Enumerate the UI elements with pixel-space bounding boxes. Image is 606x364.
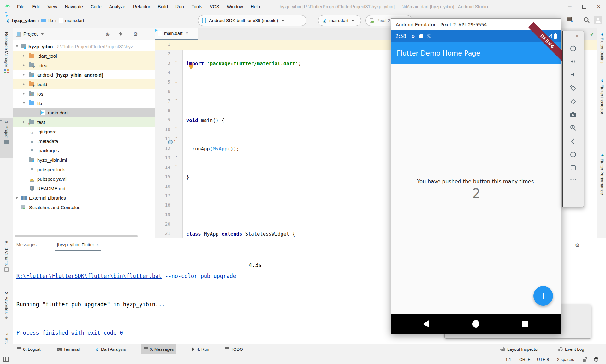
toolwindow-layout-inspector[interactable]: Layout Inspector bbox=[497, 344, 541, 354]
breadcrumb-project[interactable]: hyzp_yibin bbox=[12, 18, 36, 23]
sidebar-item-favorites[interactable]: 2: Favorites ★ bbox=[0, 292, 13, 320]
tree-row-main-dart[interactable]: main.dart bbox=[13, 108, 155, 117]
fold-marker[interactable]: ˇ bbox=[174, 156, 179, 160]
expand-arrow-icon[interactable] bbox=[23, 55, 25, 57]
tab-flutter-performance[interactable]: Flutter Performance bbox=[597, 152, 606, 195]
sdk-manager-icon[interactable] bbox=[566, 16, 574, 24]
hide-panel-icon[interactable]: ─ bbox=[146, 31, 149, 37]
tab-flutter-inspector[interactable]: Flutter Inspector bbox=[597, 78, 606, 114]
menu-build[interactable]: Build bbox=[154, 4, 172, 9]
close-tab-icon[interactable]: × bbox=[96, 243, 99, 247]
tab-flutter-outline[interactable]: Flutter Outline bbox=[597, 32, 606, 64]
project-view-selector[interactable]: Project bbox=[23, 32, 38, 37]
volume-up-icon[interactable] bbox=[563, 58, 584, 65]
toolwindow-messages[interactable]: 0: Messages bbox=[141, 344, 176, 354]
more-options-icon[interactable] bbox=[563, 178, 584, 181]
expand-arrow-icon[interactable] bbox=[16, 197, 18, 199]
device-selector-dropdown[interactable]: Android SDK built for x86 (mobile) bbox=[198, 15, 306, 26]
messages-settings-gear-icon[interactable]: ⚙ bbox=[575, 242, 579, 248]
encoding-selector[interactable]: UTF-8 bbox=[537, 354, 549, 364]
tree-row-lib[interactable]: lib bbox=[13, 98, 155, 108]
close-button[interactable]: × bbox=[591, 0, 606, 13]
collapse-all-icon[interactable] bbox=[118, 31, 123, 36]
popup-link-fragment[interactable] bbox=[468, 334, 494, 337]
fold-marker[interactable]: ˆ bbox=[174, 81, 179, 86]
toolwindow-quick-access-icon[interactable] bbox=[3, 354, 9, 364]
minimize-button[interactable]: ─ bbox=[562, 0, 577, 13]
breadcrumb-file[interactable]: main.dart bbox=[65, 18, 84, 23]
override-marker-icon[interactable] bbox=[168, 140, 173, 144]
readonly-lock-icon[interactable] bbox=[582, 354, 587, 364]
emulator-minimize-icon[interactable]: − bbox=[568, 33, 571, 38]
toolwindow-run[interactable]: 4: Run bbox=[189, 344, 212, 354]
tree-row-metadata[interactable]: .metadata bbox=[13, 136, 155, 146]
nav-overview-button[interactable] bbox=[522, 321, 528, 327]
expand-arrow-icon[interactable] bbox=[23, 92, 25, 95]
menu-code[interactable]: Code bbox=[87, 4, 105, 9]
zoom-icon[interactable] bbox=[563, 124, 584, 132]
power-icon[interactable] bbox=[563, 44, 584, 52]
collapse-arrow-icon[interactable] bbox=[23, 102, 25, 104]
tree-row-iml[interactable]: hyzp_yibin.iml bbox=[13, 155, 155, 165]
emulator-home-icon[interactable] bbox=[563, 151, 584, 158]
sidebar-item-resource-manager[interactable]: Resource Manager bbox=[0, 32, 13, 73]
menu-window[interactable]: Window bbox=[223, 4, 247, 9]
toolwindow-todo[interactable]: TODO bbox=[223, 344, 246, 354]
close-tab-icon[interactable]: × bbox=[186, 31, 188, 36]
tree-row-root[interactable]: hyzp_yibin R:\FlutterProject\FlutterProj… bbox=[13, 42, 155, 51]
emulator-overview-icon[interactable] bbox=[563, 164, 584, 172]
toolwindow-logcat[interactable]: 6: Logcat bbox=[15, 344, 43, 354]
tree-row-ios[interactable]: ios bbox=[13, 89, 155, 98]
expand-arrow-icon[interactable] bbox=[23, 121, 25, 123]
breadcrumb-lib[interactable]: lib bbox=[48, 18, 53, 23]
tree-row-android[interactable]: android [hyzp_yibin_android] bbox=[13, 70, 155, 79]
locate-file-icon[interactable]: ⊕ bbox=[105, 31, 110, 37]
tree-row-pubspec-lock[interactable]: pubspec.lock bbox=[13, 165, 155, 174]
menu-refactor[interactable]: Refactor bbox=[129, 4, 154, 9]
tree-row-idea[interactable]: .idea bbox=[13, 61, 155, 70]
emulator-close-icon[interactable]: × bbox=[576, 33, 579, 38]
tree-row-gitignore[interactable]: .gitignore bbox=[13, 127, 155, 136]
menu-tools[interactable]: Tools bbox=[188, 4, 206, 9]
menu-file[interactable]: File bbox=[13, 4, 28, 9]
nav-back-button[interactable] bbox=[423, 320, 429, 328]
menu-vcs[interactable]: VCS bbox=[206, 4, 223, 9]
menu-navigate[interactable]: Navigate bbox=[61, 4, 87, 9]
fold-marker[interactable]: ˇ bbox=[174, 99, 179, 103]
menu-help[interactable]: Help bbox=[247, 4, 264, 9]
console-link[interactable]: R:\Flutter\FlutterSDK\flutter\bin\flutte… bbox=[16, 273, 162, 279]
maximize-button[interactable] bbox=[577, 0, 591, 13]
tab-flutter-messages[interactable]: [hyzp_yibin] Flutter × bbox=[55, 238, 101, 251]
menu-edit[interactable]: Edit bbox=[28, 4, 44, 9]
rotate-right-icon[interactable] bbox=[563, 97, 584, 106]
tree-row-packages[interactable]: .packages bbox=[13, 146, 155, 155]
tree-row-build[interactable]: build bbox=[13, 79, 155, 89]
sidebar-item-build-variants[interactable]: Build Variants bbox=[0, 241, 13, 272]
toolwindow-terminal[interactable]: >_ Terminal bbox=[54, 344, 82, 354]
menu-run[interactable]: Run bbox=[172, 4, 188, 9]
tree-row-readme[interactable]: O README.md bbox=[13, 184, 155, 193]
toolwindow-dart-analysis[interactable]: Dart Analysis bbox=[92, 344, 128, 354]
run-config-dropdown[interactable]: main.dart bbox=[318, 15, 361, 26]
settings-gear-icon[interactable]: ⚙ bbox=[133, 31, 138, 37]
notification-face-icon[interactable] bbox=[593, 354, 599, 364]
tab-main-dart[interactable]: main.dart × bbox=[155, 28, 198, 40]
avatar[interactable] bbox=[594, 16, 602, 24]
tree-row-external-libraries[interactable]: External Libraries bbox=[13, 193, 155, 203]
expand-arrow-icon[interactable] bbox=[23, 83, 25, 85]
expand-arrow-icon[interactable] bbox=[16, 45, 18, 47]
fab-increment-button[interactable]: + bbox=[533, 286, 553, 306]
emulator-back-icon[interactable] bbox=[563, 138, 584, 145]
tree-row-pubspec-yaml[interactable]: pubspec.yaml bbox=[13, 174, 155, 184]
menu-analyze[interactable]: Analyze bbox=[105, 4, 129, 9]
indent-setting[interactable]: 2 spaces bbox=[557, 354, 574, 364]
toolwindow-event-log[interactable]: Event Log bbox=[556, 344, 587, 354]
tree-row-test[interactable]: test bbox=[13, 117, 155, 127]
project-horizontal-scrollbar[interactable] bbox=[15, 235, 138, 237]
line-ending-selector[interactable]: CRLF bbox=[519, 354, 530, 364]
tree-row-dart-tool[interactable]: .dart_tool bbox=[13, 51, 155, 61]
inspection-ok-icon[interactable]: ✔ bbox=[590, 32, 594, 38]
messages-hide-icon[interactable]: ─ bbox=[587, 242, 591, 248]
sidebar-item-project[interactable]: 1: Project bbox=[0, 121, 13, 144]
menu-view[interactable]: View bbox=[44, 4, 61, 9]
